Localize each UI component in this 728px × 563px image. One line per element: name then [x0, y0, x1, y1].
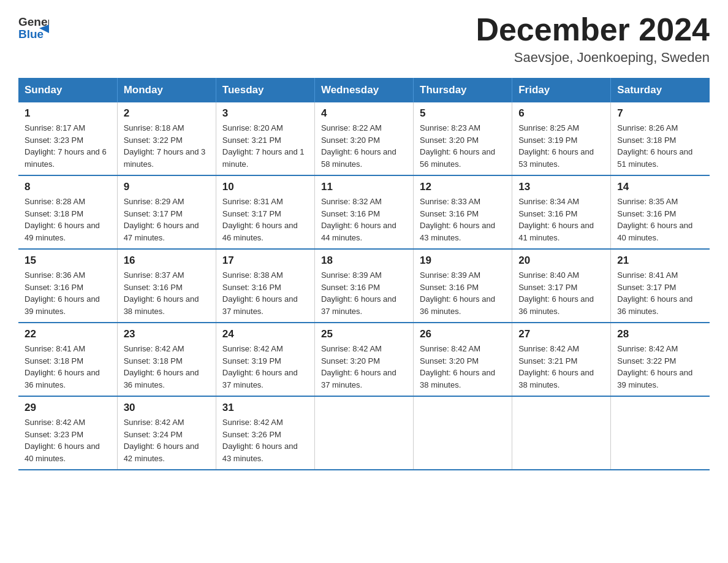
- header-day-tuesday: Tuesday: [216, 78, 314, 102]
- day-number: 4: [321, 107, 407, 120]
- page-header: General Blue December 2024 Saevsjoe, Joe…: [18, 12, 710, 66]
- calendar-body: 1Sunrise: 8:17 AMSunset: 3:23 PMDaylight…: [18, 102, 710, 470]
- day-info: Sunrise: 8:34 AMSunset: 3:16 PMDaylight:…: [518, 196, 604, 243]
- day-number: 16: [124, 255, 210, 267]
- day-number: 1: [25, 107, 111, 120]
- day-cell: 28Sunrise: 8:42 AMSunset: 3:22 PMDayligh…: [611, 323, 710, 396]
- day-number: 31: [222, 402, 308, 414]
- day-cell: 27Sunrise: 8:42 AMSunset: 3:21 PMDayligh…: [512, 323, 611, 396]
- day-number: 12: [420, 181, 506, 193]
- day-cell: 20Sunrise: 8:40 AMSunset: 3:17 PMDayligh…: [512, 249, 611, 323]
- day-cell: [611, 396, 710, 470]
- day-cell: 1Sunrise: 8:17 AMSunset: 3:23 PMDaylight…: [18, 102, 117, 175]
- day-cell: 4Sunrise: 8:22 AMSunset: 3:20 PMDaylight…: [314, 102, 413, 175]
- day-number: 23: [124, 328, 210, 340]
- day-info: Sunrise: 8:20 AMSunset: 3:21 PMDaylight:…: [222, 122, 308, 170]
- month-title: December 2024: [476, 12, 710, 47]
- day-info: Sunrise: 8:23 AMSunset: 3:20 PMDaylight:…: [420, 122, 506, 170]
- day-cell: 13Sunrise: 8:34 AMSunset: 3:16 PMDayligh…: [512, 175, 611, 249]
- day-cell: 2Sunrise: 8:18 AMSunset: 3:22 PMDaylight…: [117, 102, 216, 175]
- day-number: 8: [25, 181, 111, 193]
- day-info: Sunrise: 8:33 AMSunset: 3:16 PMDaylight:…: [420, 196, 506, 243]
- header-day-thursday: Thursday: [414, 78, 512, 102]
- day-info: Sunrise: 8:36 AMSunset: 3:16 PMDaylight:…: [25, 269, 111, 317]
- week-row: 15Sunrise: 8:36 AMSunset: 3:16 PMDayligh…: [18, 249, 710, 323]
- day-cell: 19Sunrise: 8:39 AMSunset: 3:16 PMDayligh…: [414, 249, 512, 323]
- day-number: 9: [124, 181, 210, 193]
- day-info: Sunrise: 8:41 AMSunset: 3:18 PMDaylight:…: [25, 343, 111, 391]
- day-info: Sunrise: 8:42 AMSunset: 3:20 PMDaylight:…: [321, 343, 407, 391]
- day-cell: 7Sunrise: 8:26 AMSunset: 3:18 PMDaylight…: [611, 102, 710, 175]
- day-cell: 12Sunrise: 8:33 AMSunset: 3:16 PMDayligh…: [414, 175, 512, 249]
- day-info: Sunrise: 8:39 AMSunset: 3:16 PMDaylight:…: [420, 269, 506, 317]
- day-number: 10: [222, 181, 308, 193]
- day-number: 19: [420, 255, 506, 267]
- day-info: Sunrise: 8:38 AMSunset: 3:16 PMDaylight:…: [222, 269, 308, 317]
- day-number: 22: [25, 328, 111, 340]
- day-number: 11: [321, 181, 407, 193]
- day-number: 2: [124, 107, 210, 120]
- day-cell: 24Sunrise: 8:42 AMSunset: 3:19 PMDayligh…: [216, 323, 314, 396]
- header-day-friday: Friday: [512, 78, 611, 102]
- day-cell: 5Sunrise: 8:23 AMSunset: 3:20 PMDaylight…: [414, 102, 512, 175]
- day-number: 15: [25, 255, 111, 267]
- day-number: 7: [617, 107, 703, 120]
- day-number: 28: [617, 328, 703, 340]
- day-cell: 26Sunrise: 8:42 AMSunset: 3:20 PMDayligh…: [414, 323, 512, 396]
- day-number: 29: [25, 402, 111, 414]
- day-cell: 30Sunrise: 8:42 AMSunset: 3:24 PMDayligh…: [117, 396, 216, 470]
- header-row: SundayMondayTuesdayWednesdayThursdayFrid…: [18, 78, 710, 102]
- week-row: 1Sunrise: 8:17 AMSunset: 3:23 PMDaylight…: [18, 102, 710, 175]
- day-number: 21: [617, 255, 703, 267]
- day-number: 14: [617, 181, 703, 193]
- day-cell: 16Sunrise: 8:37 AMSunset: 3:16 PMDayligh…: [117, 249, 216, 323]
- day-number: 17: [222, 255, 308, 267]
- day-info: Sunrise: 8:42 AMSunset: 3:23 PMDaylight:…: [25, 416, 111, 464]
- day-info: Sunrise: 8:42 AMSunset: 3:18 PMDaylight:…: [124, 343, 210, 391]
- day-info: Sunrise: 8:42 AMSunset: 3:19 PMDaylight:…: [222, 343, 308, 391]
- day-info: Sunrise: 8:37 AMSunset: 3:16 PMDaylight:…: [124, 269, 210, 317]
- day-number: 26: [420, 328, 506, 340]
- day-info: Sunrise: 8:40 AMSunset: 3:17 PMDaylight:…: [518, 269, 604, 317]
- header-day-monday: Monday: [117, 78, 216, 102]
- day-cell: 11Sunrise: 8:32 AMSunset: 3:16 PMDayligh…: [314, 175, 413, 249]
- day-info: Sunrise: 8:41 AMSunset: 3:17 PMDaylight:…: [617, 269, 703, 317]
- day-info: Sunrise: 8:35 AMSunset: 3:16 PMDaylight:…: [617, 196, 703, 243]
- day-info: Sunrise: 8:42 AMSunset: 3:21 PMDaylight:…: [518, 343, 604, 391]
- day-cell: 14Sunrise: 8:35 AMSunset: 3:16 PMDayligh…: [611, 175, 710, 249]
- day-number: 24: [222, 328, 308, 340]
- day-number: 5: [420, 107, 506, 120]
- day-cell: [512, 396, 611, 470]
- day-info: Sunrise: 8:42 AMSunset: 3:22 PMDaylight:…: [617, 343, 703, 391]
- calendar-table: SundayMondayTuesdayWednesdayThursdayFrid…: [18, 78, 710, 470]
- day-info: Sunrise: 8:31 AMSunset: 3:17 PMDaylight:…: [222, 196, 308, 243]
- day-info: Sunrise: 8:32 AMSunset: 3:16 PMDaylight:…: [321, 196, 407, 243]
- logo-icon: General Blue: [18, 12, 49, 43]
- day-cell: 6Sunrise: 8:25 AMSunset: 3:19 PMDaylight…: [512, 102, 611, 175]
- day-cell: [414, 396, 512, 470]
- day-number: 18: [321, 255, 407, 267]
- svg-text:Blue: Blue: [18, 28, 44, 40]
- day-cell: 8Sunrise: 8:28 AMSunset: 3:18 PMDaylight…: [18, 175, 117, 249]
- day-info: Sunrise: 8:17 AMSunset: 3:23 PMDaylight:…: [25, 122, 111, 170]
- day-cell: 22Sunrise: 8:41 AMSunset: 3:18 PMDayligh…: [18, 323, 117, 396]
- day-number: 27: [518, 328, 604, 340]
- day-cell: 3Sunrise: 8:20 AMSunset: 3:21 PMDaylight…: [216, 102, 314, 175]
- day-cell: 31Sunrise: 8:42 AMSunset: 3:26 PMDayligh…: [216, 396, 314, 470]
- day-cell: 15Sunrise: 8:36 AMSunset: 3:16 PMDayligh…: [18, 249, 117, 323]
- day-info: Sunrise: 8:29 AMSunset: 3:17 PMDaylight:…: [124, 196, 210, 243]
- location-title: Saevsjoe, Joenkoeping, Sweden: [476, 50, 710, 66]
- day-number: 20: [518, 255, 604, 267]
- day-number: 30: [124, 402, 210, 414]
- title-area: December 2024 Saevsjoe, Joenkoeping, Swe…: [476, 12, 710, 66]
- day-cell: 17Sunrise: 8:38 AMSunset: 3:16 PMDayligh…: [216, 249, 314, 323]
- day-number: 13: [518, 181, 604, 193]
- day-info: Sunrise: 8:22 AMSunset: 3:20 PMDaylight:…: [321, 122, 407, 170]
- calendar-header: SundayMondayTuesdayWednesdayThursdayFrid…: [18, 78, 710, 102]
- day-cell: 29Sunrise: 8:42 AMSunset: 3:23 PMDayligh…: [18, 396, 117, 470]
- day-number: 6: [518, 107, 604, 120]
- day-number: 3: [222, 107, 308, 120]
- day-cell: 21Sunrise: 8:41 AMSunset: 3:17 PMDayligh…: [611, 249, 710, 323]
- header-day-sunday: Sunday: [18, 78, 117, 102]
- week-row: 29Sunrise: 8:42 AMSunset: 3:23 PMDayligh…: [18, 396, 710, 470]
